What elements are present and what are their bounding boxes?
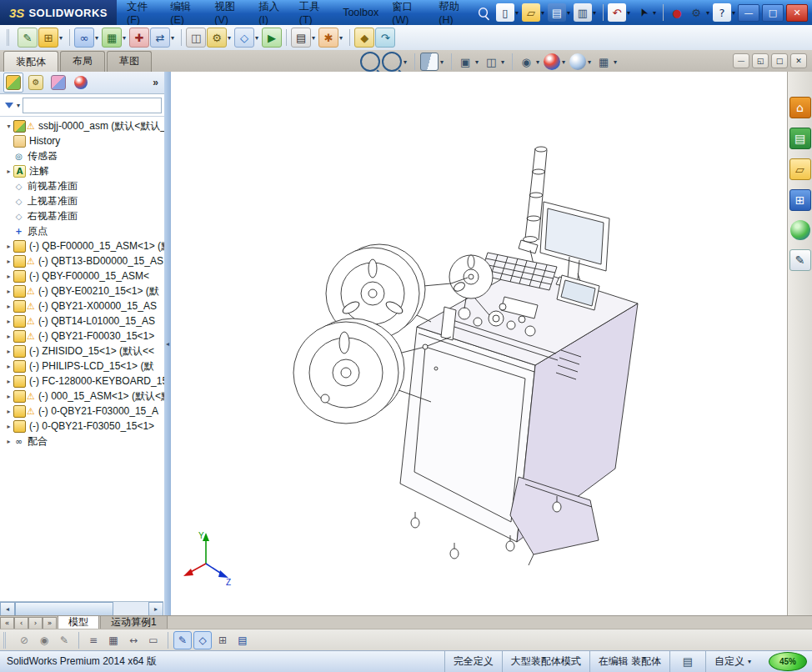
menu-item[interactable]: 编辑(E) bbox=[163, 0, 208, 25]
hide-show-items-icon[interactable]: ◉ bbox=[518, 53, 534, 70]
select-arrow-icon[interactable]: ➤ bbox=[630, 0, 654, 24]
file-explorer-icon[interactable]: ▱ bbox=[789, 158, 811, 180]
dropdown-caret-icon[interactable]: ▾ bbox=[614, 58, 617, 66]
panel-hscrollbar[interactable]: ◂ ▸ bbox=[0, 601, 163, 615]
filter-caret-icon[interactable]: ▾ bbox=[17, 102, 20, 109]
doc-minimize-button[interactable]: — bbox=[733, 53, 749, 68]
dimension-icon[interactable]: ↔ bbox=[124, 631, 143, 649]
property-manager-tab[interactable]: ⚙ bbox=[26, 73, 46, 93]
configuration-manager-tab[interactable] bbox=[48, 73, 68, 93]
tree-item[interactable]: ▸(-) PHILIPS-LCD_15<1> (默 bbox=[0, 359, 164, 374]
dropdown-caret-icon[interactable]: ▾ bbox=[536, 58, 539, 66]
ruler-icon[interactable]: ▭ bbox=[144, 631, 163, 649]
prev-tab-button[interactable]: ‹ bbox=[14, 617, 28, 629]
tree-expander-icon[interactable]: ▸ bbox=[4, 243, 13, 250]
doc-restore-button[interactable]: ◱ bbox=[752, 53, 769, 68]
view-orientation-icon[interactable]: ▣ bbox=[457, 53, 474, 70]
appearances-icon[interactable] bbox=[790, 220, 810, 240]
mate-icon[interactable]: ∞ bbox=[74, 28, 94, 48]
custom-view-selector[interactable]: 自定义▾ bbox=[705, 651, 762, 672]
design-library-icon[interactable]: ▤ bbox=[789, 128, 811, 149]
zoom-fit-icon[interactable] bbox=[360, 52, 380, 72]
tree-item[interactable]: ▸⚠(-) QBY21-F00030_15<1> bbox=[0, 328, 164, 344]
edit-appearance-icon[interactable] bbox=[544, 53, 560, 70]
tree-expander-icon[interactable]: ▸ bbox=[4, 408, 13, 415]
display-style-icon[interactable]: ◫ bbox=[483, 53, 499, 70]
print-icon[interactable]: ▥ bbox=[574, 3, 592, 22]
dropdown-caret-icon[interactable]: ▾ bbox=[339, 34, 343, 42]
tree-item[interactable]: ▸∞配合 bbox=[0, 434, 164, 449]
table-icon[interactable]: ⊞ bbox=[213, 631, 232, 649]
tree-item[interactable]: +原点 bbox=[0, 223, 164, 238]
home-icon[interactable]: ⌂ bbox=[789, 97, 811, 118]
save-icon[interactable]: ▤ bbox=[548, 3, 566, 22]
dropdown-caret-icon[interactable]: ▾ bbox=[593, 9, 596, 17]
dropdown-caret-icon[interactable]: ▾ bbox=[541, 9, 544, 17]
no-snap-icon[interactable]: ⊘ bbox=[15, 631, 33, 649]
new-motion-study-icon[interactable]: ▶ bbox=[262, 28, 282, 48]
last-tab-button[interactable]: » bbox=[43, 617, 57, 629]
toolbar-grip[interactable] bbox=[7, 29, 13, 46]
external-references-icon[interactable]: ↷ bbox=[375, 28, 395, 48]
dropdown-caret-icon[interactable]: ▾ bbox=[312, 34, 315, 42]
command-tab[interactable]: 布局 bbox=[60, 51, 105, 72]
first-tab-button[interactable]: « bbox=[0, 617, 14, 629]
filter-funnel-icon[interactable] bbox=[5, 103, 13, 108]
insert-component-icon[interactable]: ⊞ bbox=[38, 28, 58, 48]
tree-expander-icon[interactable]: ▸ bbox=[4, 303, 13, 310]
move-component-icon[interactable]: ⇄ bbox=[150, 28, 170, 48]
dropdown-caret-icon[interactable]: ▾ bbox=[748, 658, 751, 665]
tree-filter-input[interactable] bbox=[23, 98, 162, 113]
scroll-thumb[interactable] bbox=[15, 602, 113, 615]
tree-item[interactable]: ▸⚠(-) QBY-E00210_15<1> (默 bbox=[0, 283, 164, 298]
dropdown-caret-icon[interactable]: ▾ bbox=[59, 34, 63, 42]
instant3d-icon[interactable]: ◆ bbox=[354, 28, 374, 48]
maximize-button[interactable]: □ bbox=[762, 4, 784, 22]
tree-expander-icon[interactable]: ▸ bbox=[4, 288, 13, 295]
show-hidden-icon[interactable]: ◫ bbox=[186, 28, 206, 48]
tree-item[interactable]: ▸A注解 bbox=[0, 163, 164, 178]
search-icon[interactable] bbox=[479, 8, 488, 18]
view-palette-icon[interactable]: ⊞ bbox=[789, 189, 811, 211]
edit-component-icon[interactable]: ✎ bbox=[18, 28, 38, 48]
dropdown-caret-icon[interactable]: ▾ bbox=[95, 34, 98, 42]
tree-expander-icon[interactable]: ▸ bbox=[4, 168, 13, 175]
planes-toggle-icon[interactable]: ◇ bbox=[193, 631, 212, 649]
dropdown-caret-icon[interactable]: ▾ bbox=[706, 9, 709, 17]
undo-icon[interactable]: ↶ bbox=[608, 3, 626, 22]
custom-properties-icon[interactable]: ✎ bbox=[789, 249, 811, 271]
doc-close-button[interactable]: ✕ bbox=[790, 53, 807, 68]
dropdown-caret-icon[interactable]: ▾ bbox=[588, 58, 591, 66]
feature-manager-tab[interactable] bbox=[3, 73, 23, 93]
toolbar-grip[interactable] bbox=[3, 632, 9, 649]
tree-item[interactable]: ▸⚠(-) 0-QBY21-F03000_15_A bbox=[0, 404, 164, 419]
magnetic-snap-icon[interactable]: ◉ bbox=[35, 631, 53, 649]
graphics-area[interactable]: Y Z bbox=[171, 72, 787, 615]
section-view-icon[interactable] bbox=[420, 53, 439, 71]
tree-expander-icon[interactable]: ▾ bbox=[4, 123, 13, 130]
tree-expander-icon[interactable]: ▸ bbox=[4, 333, 13, 340]
assembly-features-icon[interactable]: ⚙ bbox=[207, 28, 227, 48]
tree-expander-icon[interactable]: ▸ bbox=[4, 258, 13, 265]
command-tab[interactable]: 装配体 bbox=[3, 51, 58, 72]
tree-item[interactable]: ▸(-) 0-QBY21-F03050_15<1> bbox=[0, 419, 164, 434]
display-manager-tab[interactable] bbox=[74, 76, 88, 89]
feature-manager-tab[interactable] bbox=[6, 75, 21, 90]
splitter-collapse-icon[interactable]: ◂ bbox=[166, 340, 169, 348]
dropdown-caret-icon[interactable]: ▾ bbox=[171, 34, 174, 42]
tree-item[interactable]: ◇前视基准面 bbox=[0, 178, 164, 193]
property-manager-tab[interactable]: ⚙ bbox=[28, 75, 43, 90]
configuration-manager-tab[interactable] bbox=[51, 75, 66, 90]
sketch-snap-icon[interactable]: ✎ bbox=[55, 631, 73, 649]
open-file-icon[interactable]: ▱ bbox=[522, 3, 540, 22]
menu-item[interactable]: 帮助(H) bbox=[432, 0, 477, 25]
new-file-icon[interactable]: ▯ bbox=[496, 3, 514, 22]
performance-indicator[interactable]: 45% bbox=[769, 652, 807, 671]
document-tab[interactable]: 模型 bbox=[58, 616, 99, 629]
dropdown-caret-icon[interactable]: ▾ bbox=[440, 58, 444, 66]
menu-item[interactable]: 窗口(W) bbox=[385, 0, 432, 25]
tree-expander-icon[interactable]: ▸ bbox=[4, 348, 13, 355]
dropdown-caret-icon[interactable]: ▾ bbox=[627, 9, 630, 17]
tree-expander-icon[interactable]: ▸ bbox=[4, 318, 13, 325]
scroll-left-button[interactable]: ◂ bbox=[0, 602, 15, 615]
